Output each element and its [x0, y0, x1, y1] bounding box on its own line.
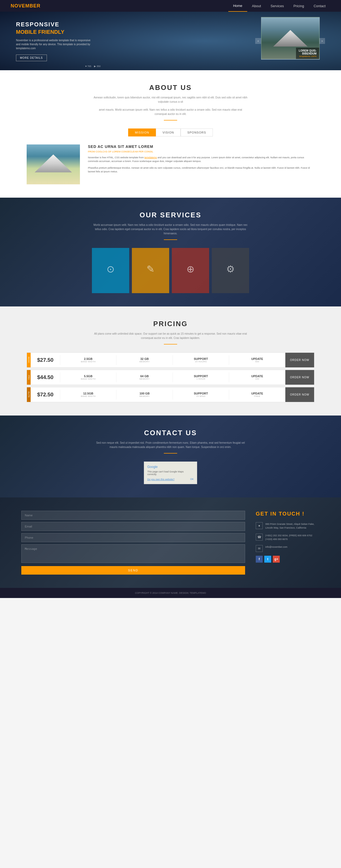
- phone-text: (+001) 202 202 6034, (FREE) 600 606 6702…: [265, 534, 312, 541]
- hero-section: RESPONSIVE MOBILE FRIENDLY November is a…: [0, 12, 341, 70]
- hero-subtitle: MOBILE FRIENDLY: [16, 29, 91, 35]
- hero-image: LOREM QUIS-BIBENDUM templatemo 100%: [261, 17, 320, 60]
- facebook-button[interactable]: f: [256, 556, 263, 563]
- spec-support-2: SUPPORT 1 HOUR: [173, 372, 229, 382]
- about-text: SED AC URNA SIT AMET LOREM FROM COOLCAS …: [88, 145, 314, 184]
- logo-text-no: NO: [11, 3, 18, 8]
- nav-link-pricing[interactable]: Pricing: [288, 0, 309, 12]
- phone-input[interactable]: [21, 533, 245, 542]
- service-card-4[interactable]: ⚙: [212, 248, 249, 293]
- hero-caption-sub: templatemo 100%: [299, 55, 316, 58]
- hero-image-overlay: LOREM QUIS-BIBENDUM templatemo 100%: [296, 48, 319, 59]
- about-mountain: [35, 155, 72, 173]
- touch-socials: f t g+: [256, 556, 320, 563]
- hero-prev-button[interactable]: ‹: [255, 38, 261, 44]
- pricing-rows: BASIC $27.50 2.5GB BAND WIDTH 32 GB MEMO…: [27, 352, 314, 402]
- counter2: ▶ 350: [94, 65, 101, 68]
- spec-update-2: UPDATE 100: [229, 372, 285, 382]
- map-container: Google This page can't load Google Maps …: [144, 462, 197, 484]
- spec-memory-2: 64 GB MEMORY: [116, 372, 172, 382]
- pricing-price-1: $27.50: [31, 353, 60, 367]
- hero-title: RESPONSIVE: [16, 21, 91, 28]
- pricing-specs-1: 2.5GB BAND WIDTH 32 GB MEMORY SUPPORT 24…: [60, 355, 285, 365]
- hero-caption: LOREM QUIS-BIBENDUM: [299, 49, 316, 55]
- about-title: ABOUT US: [27, 84, 314, 92]
- email-input[interactable]: [21, 522, 245, 531]
- pricing-tier-2: PRO: [27, 370, 31, 385]
- tier-label-3: ELITE: [27, 391, 31, 399]
- about-body1: November is free HTML, CSS website templ…: [88, 156, 314, 163]
- nav-link-contact[interactable]: Contact: [309, 0, 330, 12]
- message-input[interactable]: [21, 544, 245, 563]
- service-icon-2: ✎: [146, 264, 154, 275]
- about-content: SED AC URNA SIT AMET LOREM FROM COOLCAS …: [27, 145, 314, 184]
- nav-link-services[interactable]: Services: [266, 0, 289, 12]
- map-own-link[interactable]: Do you own this website?: [147, 478, 174, 481]
- pricing-price-2: $44.50: [31, 370, 60, 385]
- tier-label-1: BASIC: [27, 356, 31, 364]
- spec-support-1: SUPPORT 24 HOURS: [173, 355, 229, 365]
- tier-label-2: PRO: [27, 374, 31, 381]
- twitter-button[interactable]: t: [264, 556, 271, 563]
- contact-title: CONTACT US: [27, 429, 314, 437]
- send-button[interactable]: SEND: [21, 566, 245, 575]
- hero-description: November is a professional website templ…: [16, 38, 91, 50]
- pricing-tier-3: ELITE: [27, 387, 31, 402]
- pricing-subtitle: All plans come with unlimited disk space…: [93, 332, 248, 340]
- about-subtitle2: amet mauris. Morbi accumsan ipsum velit.…: [93, 108, 248, 116]
- nav-link-about[interactable]: About: [247, 0, 266, 12]
- service-card-3[interactable]: ⊕: [172, 248, 209, 293]
- hero-next-button[interactable]: ›: [319, 38, 325, 44]
- pricing-row-basic: BASIC $27.50 2.5GB BAND WIDTH 32 GB MEMO…: [27, 352, 314, 368]
- touch-email: ✉ info@november.com: [256, 545, 320, 552]
- services-section: OUR SERVICES Morbi accumsan ipsum velit.…: [0, 198, 341, 306]
- spec-update-1: UPDATE 500: [229, 355, 285, 365]
- map-ok-button[interactable]: OK: [190, 478, 194, 480]
- hero-more-details-button[interactable]: MORE DETAILS: [16, 55, 47, 61]
- spec-memory-3: 100 GB MEMORY: [116, 390, 172, 400]
- tab-mission[interactable]: MISSION: [128, 128, 155, 136]
- tab-vision[interactable]: VISION: [156, 128, 181, 136]
- service-icon-1: ⊙: [107, 264, 115, 275]
- map-google-label: Google: [147, 465, 194, 469]
- name-input[interactable]: [21, 511, 245, 520]
- pricing-row-elite: ELITE $72.50 12.5GB BAND WIDTH 100 GB ME…: [27, 387, 314, 402]
- services-divider: [164, 240, 177, 240]
- nav-links: Home About Services Pricing Contact: [228, 0, 330, 12]
- order-button-2[interactable]: ORDER NOW: [285, 370, 314, 385]
- spec-bandwidth-1: 2.5GB BAND WIDTH: [60, 355, 116, 365]
- contact-divider: [164, 453, 177, 454]
- service-card-2[interactable]: ✎: [132, 248, 169, 293]
- about-subtitle1: Aenean sollicitudin, lorem quis bibendum…: [93, 95, 248, 104]
- nav-link-home[interactable]: Home: [228, 0, 247, 12]
- order-button-3[interactable]: ORDER NOW: [285, 387, 314, 402]
- about-content-link[interactable]: FROM COOLCAS OF LOREM CONSECLEAM PER CON…: [88, 150, 314, 153]
- spec-memory-1: 32 GB MEMORY: [116, 355, 172, 365]
- email-icon: ✉: [256, 545, 263, 552]
- address-icon: ●: [256, 522, 263, 529]
- contact-section: CONTACT US Sed non neque elit. Sed ut im…: [0, 415, 341, 497]
- touch-title: GET IN TOUCH !: [256, 511, 320, 517]
- hero-counter: ♥ 765 ▶ 350: [85, 65, 101, 68]
- googleplus-button[interactable]: g+: [273, 556, 280, 563]
- footer-text: COPYRIGHT © 2014 COMPANY NAME. DESIGN: T…: [135, 592, 206, 594]
- spec-bandwidth-3: 12.5GB BAND WIDTH: [60, 390, 116, 400]
- map-error-text: This page can't load Google Maps correct…: [147, 470, 194, 476]
- pricing-divider: [164, 344, 177, 344]
- service-icon-4: ⚙: [226, 264, 235, 275]
- about-tabs: MISSION VISION SPONSORS: [27, 128, 314, 136]
- templatemo-link[interactable]: templatemo: [144, 156, 157, 159]
- logo-text-ber: BER: [30, 3, 40, 8]
- touch-phone: ☎ (+001) 202 202 6034, (FREE) 600 606 67…: [256, 534, 320, 541]
- email-text: info@november.com: [265, 545, 287, 549]
- service-card-1[interactable]: ⊙: [92, 248, 129, 293]
- order-button-1[interactable]: ORDER NOW: [285, 353, 314, 367]
- footer: COPYRIGHT © 2014 COMPANY NAME. DESIGN: T…: [0, 588, 341, 598]
- touch-info: GET IN TOUCH ! ● 990 Prism Granate Stree…: [256, 511, 320, 575]
- navbar: NOVEMBER Home About Services Pricing Con…: [0, 0, 341, 12]
- pricing-title: PRICING: [27, 320, 314, 328]
- site-logo[interactable]: NOVEMBER: [11, 3, 40, 9]
- touch-inner: SEND GET IN TOUCH ! ● 990 Prism Granate …: [21, 511, 320, 575]
- phone-icon: ☎: [256, 534, 263, 540]
- tab-sponsors[interactable]: SPONSORS: [181, 128, 212, 136]
